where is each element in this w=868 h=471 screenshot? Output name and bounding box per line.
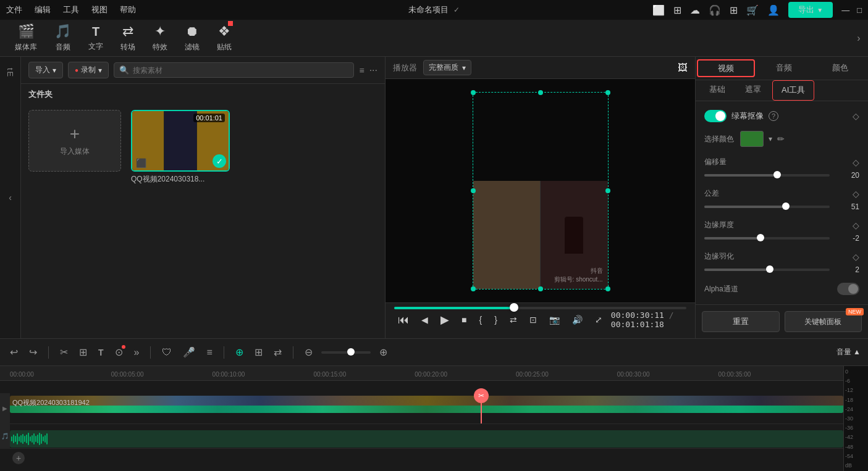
reset-button[interactable]: 重置 (702, 311, 780, 332)
toolbar-audio[interactable]: 🎵 音频 (46, 23, 80, 52)
param-edge-feather-slider[interactable] (704, 269, 830, 271)
param-offset-slider[interactable] (704, 174, 830, 177)
media-thumb-image[interactable]: 00:01:01 ⬛ ✓ (131, 110, 230, 172)
media-thumbnail[interactable]: 00:01:01 ⬛ ✓ QQ视频2024030318... (131, 110, 230, 185)
split-button[interactable]: ⊞ (77, 345, 90, 359)
video-preview-frame[interactable]: 抖音 剪辑号: shoncut... (473, 92, 609, 290)
mirror-button[interactable]: ⇄ (506, 314, 521, 326)
more-tl-button[interactable]: » (132, 346, 142, 359)
progress-thumb[interactable] (510, 303, 518, 312)
toolbar-sticker[interactable]: ❖ 贴纸 (208, 23, 240, 52)
sub-tab-mask[interactable]: 遮罩 (736, 80, 770, 101)
color-picker-icon[interactable]: ✏ (777, 134, 785, 144)
zoom-plus-button[interactable]: ⊕ (377, 345, 390, 359)
param-edge-feather-keyframe[interactable]: ◇ (853, 252, 859, 262)
menu-help[interactable]: 帮助 (120, 4, 136, 15)
mic-button[interactable]: 🎤 (180, 345, 198, 359)
param-edge-thickness-keyframe[interactable]: ◇ (853, 220, 859, 230)
slider-thumb[interactable] (782, 202, 790, 210)
toolbar-filter[interactable]: ⏺ 滤镜 (176, 23, 208, 52)
sub-tab-ai-tool[interactable]: AI工具 (772, 80, 814, 101)
color-swatch-button[interactable] (740, 131, 764, 147)
quality-dropdown[interactable]: 完整画质 ▾ (423, 60, 471, 75)
tab-audio[interactable]: 音频 (756, 57, 812, 80)
zoom-thumb[interactable] (347, 348, 355, 356)
chroma-key-keyframe-icon[interactable]: ◇ (853, 111, 859, 121)
slider-thumb[interactable] (757, 234, 764, 241)
toolbar-more-arrow[interactable]: › (849, 20, 868, 56)
zoom-minus-button[interactable]: ⊖ (302, 345, 315, 359)
keyframe-panel-button[interactable]: 关键帧面板 NEW (785, 311, 862, 332)
preview-image-icon[interactable]: 🖼 (678, 62, 688, 73)
progress-bar[interactable] (394, 307, 686, 309)
tab-video[interactable]: 视频 (697, 59, 755, 77)
search-input[interactable] (133, 66, 348, 75)
collapse-left-arrow[interactable]: ‹ (9, 193, 12, 202)
menu-edit[interactable]: 编辑 (35, 4, 51, 15)
overlay-button[interactable]: ⊞ (252, 345, 265, 359)
frame-back-button[interactable]: ◀ (418, 314, 432, 326)
slider-thumb[interactable] (766, 265, 773, 273)
resize-handle-tr[interactable] (605, 90, 610, 95)
zoom-slider[interactable] (321, 351, 371, 354)
playhead-line[interactable]: ✂ (481, 393, 482, 423)
user-icon[interactable]: 👤 (767, 4, 780, 16)
toolbar-transition[interactable]: ⇄ 转场 (112, 23, 144, 52)
color-dropdown-icon[interactable]: ▾ (769, 135, 772, 143)
screen-button[interactable]: ⊡ (526, 314, 541, 326)
step-back-button[interactable]: ⏮ (394, 312, 413, 328)
chroma-key-help-icon[interactable]: ? (769, 111, 778, 121)
resize-handle-tl[interactable] (471, 90, 476, 95)
toolbar-text[interactable]: T 文字 (80, 25, 112, 52)
sub-tab-basic[interactable]: 基础 (701, 80, 734, 101)
alpha-toggle[interactable] (837, 283, 859, 295)
dot-button[interactable]: ⊙ (112, 345, 125, 359)
shield-button[interactable]: 🛡 (159, 346, 174, 359)
text-tl-button[interactable]: T (96, 346, 106, 359)
export-button[interactable]: 导出 ▼ (788, 2, 833, 18)
resize-handle-br[interactable] (605, 286, 610, 291)
record-button[interactable]: ● 录制 ▾ (68, 62, 109, 78)
replace-button[interactable]: ⇄ (271, 345, 284, 359)
add-track-button[interactable]: + (12, 452, 25, 464)
chroma-key-toggle[interactable] (704, 110, 727, 122)
menu-file[interactable]: 文件 (6, 4, 22, 15)
resize-handle-mr[interactable] (605, 188, 610, 193)
video-track-bar[interactable]: QQ视频20240303181942 (10, 396, 843, 413)
resize-handle-ml[interactable] (471, 188, 476, 193)
fullscreen-button[interactable]: ⤢ (591, 314, 606, 326)
slider-thumb[interactable] (773, 171, 781, 178)
more-options-icon[interactable]: ··· (369, 65, 377, 76)
stop-button[interactable]: ■ (458, 314, 470, 326)
toolbar-media-library[interactable]: 🎬 媒体库 (6, 23, 46, 52)
redo-button[interactable]: ↪ (27, 345, 40, 359)
import-button[interactable]: 导入 ▾ (28, 62, 63, 78)
add-media-button[interactable]: + 导入媒体 (28, 110, 121, 172)
maximize-icon[interactable]: □ (857, 6, 862, 15)
resize-handle-bl[interactable] (471, 286, 476, 291)
param-offset-keyframe[interactable]: ◇ (853, 157, 859, 167)
volume-label[interactable]: 音量 ▲ (836, 347, 861, 357)
filter-options-icon[interactable]: ≡ (359, 65, 364, 75)
playhead-marker[interactable]: ✂ (474, 388, 489, 403)
param-edge-thickness-slider[interactable] (704, 237, 830, 240)
mark-out-button[interactable]: } (491, 314, 501, 326)
camera-button[interactable]: 📷 (546, 314, 563, 326)
param-tolerance-slider[interactable] (704, 206, 830, 208)
cut-button[interactable]: ✂ (57, 345, 70, 359)
sticker-tl-button[interactable]: ⊕ (233, 345, 246, 359)
minimize-icon[interactable]: — (841, 6, 849, 15)
resize-handle-bm[interactable] (538, 286, 543, 291)
mark-in-button[interactable]: { (475, 314, 486, 326)
volume-button[interactable]: 🔊 (568, 314, 586, 326)
menu-tools[interactable]: 工具 (63, 4, 79, 15)
audio-track-bar[interactable] (10, 430, 843, 448)
search-box[interactable]: 🔍 (114, 62, 354, 78)
toolbar-effect[interactable]: ✦ 特效 (144, 23, 176, 52)
param-tolerance-keyframe[interactable]: ◇ (853, 189, 859, 199)
play-button[interactable]: ▶ (437, 312, 453, 328)
caption-button[interactable]: ≡ (204, 346, 214, 359)
menu-view[interactable]: 视图 (91, 4, 107, 15)
resize-handle-tm[interactable] (538, 90, 543, 95)
undo-button[interactable]: ↩ (7, 345, 20, 359)
